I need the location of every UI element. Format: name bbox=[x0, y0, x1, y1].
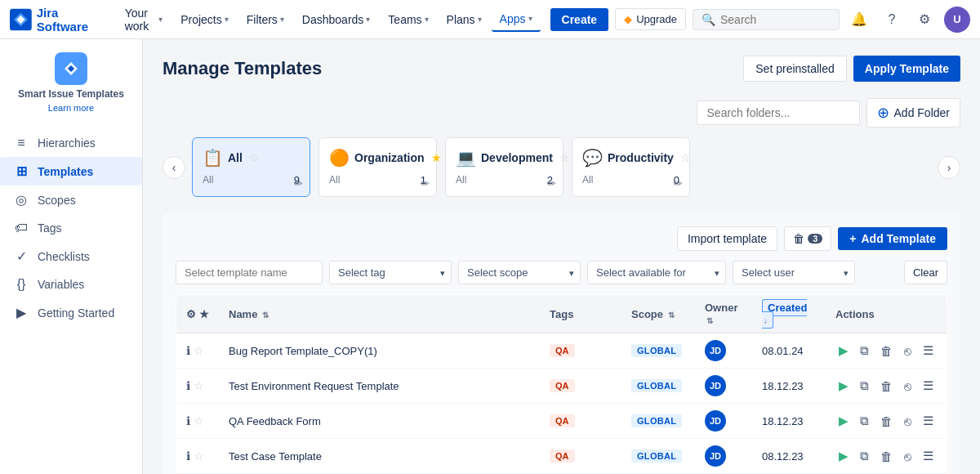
col-scope-label: Scope bbox=[631, 308, 663, 320]
play-action-icon[interactable]: ▶ bbox=[835, 377, 852, 395]
sidebar-item-label-variables: Variables bbox=[38, 278, 84, 291]
star-icon-dev[interactable]: ☆ bbox=[559, 151, 570, 164]
share-action-icon[interactable]: ⎋ bbox=[901, 378, 915, 395]
sidebar-item-checklists[interactable]: ✓ Checklists bbox=[0, 242, 142, 271]
sidebar-item-label-hierarchies: Hierarchies bbox=[38, 136, 96, 150]
col-header-created[interactable]: Created ↓ bbox=[752, 295, 826, 333]
col-header-scope[interactable]: Scope ⇅ bbox=[621, 295, 695, 333]
help-icon[interactable]: ? bbox=[879, 7, 905, 33]
sidebar-item-getting-started[interactable]: ▶ Getting Started bbox=[0, 298, 142, 327]
star-icon-prod[interactable]: ☆ bbox=[680, 151, 691, 164]
share-action-icon[interactable]: ⎋ bbox=[901, 448, 915, 465]
copy-action-icon[interactable]: ⧉ bbox=[857, 377, 872, 395]
settings-icon[interactable]: ⚙ bbox=[911, 7, 938, 33]
delete-action-icon[interactable]: 🗑 bbox=[877, 378, 896, 395]
clear-filter-button[interactable]: Clear bbox=[904, 261, 947, 284]
apply-template-button[interactable]: Apply Template bbox=[853, 56, 960, 82]
sidebar-item-tags[interactable]: 🏷 Tags bbox=[0, 214, 142, 242]
info-icon[interactable]: ℹ bbox=[186, 344, 190, 357]
delete-action-icon[interactable]: 🗑 bbox=[877, 448, 896, 465]
menu-action-icon[interactable]: ☰ bbox=[920, 447, 937, 465]
available-for-filter[interactable]: Select available for bbox=[587, 261, 726, 284]
nav-projects[interactable]: Projects ▾ bbox=[172, 8, 237, 31]
menu-action-icon[interactable]: ☰ bbox=[920, 377, 937, 395]
settings-col-icon[interactable]: ⚙ bbox=[186, 308, 196, 320]
folder-card-development[interactable]: 💻 Development ☆ All 2 ✏ bbox=[445, 137, 564, 197]
owner-avatar: JD bbox=[705, 410, 726, 432]
sidebar-item-hierarchies[interactable]: ≡ Hierarchies bbox=[0, 129, 142, 157]
star-icon[interactable]: ☆ bbox=[194, 414, 204, 427]
delete-action-icon[interactable]: 🗑 bbox=[877, 413, 896, 430]
folder-edit-prod[interactable]: ✏ bbox=[674, 177, 683, 190]
folder-search-input[interactable] bbox=[697, 101, 860, 125]
col-header-name[interactable]: Name ⇅ bbox=[219, 295, 540, 333]
search-box[interactable]: 🔍 bbox=[693, 9, 840, 30]
star-icon[interactable]: ☆ bbox=[194, 344, 204, 357]
col-header-owner[interactable]: Owner ⇅ bbox=[695, 295, 752, 333]
template-name-filter[interactable] bbox=[176, 261, 323, 284]
carousel-prev[interactable]: ‹ bbox=[163, 156, 185, 179]
star-icon-all[interactable]: ☆ bbox=[249, 151, 260, 164]
nav-dashboards[interactable]: Dashboards ▾ bbox=[294, 8, 379, 31]
tag-filter[interactable]: Select tag bbox=[329, 261, 452, 284]
star-icon-org[interactable]: ★ bbox=[431, 151, 442, 164]
folder-card-organization[interactable]: 🟠 Organization ★ All 1 ✏ bbox=[318, 137, 437, 197]
col-header-icons: ⚙ ★ bbox=[176, 295, 220, 333]
scope-sort-icon[interactable]: ⇅ bbox=[668, 311, 675, 320]
star-icon[interactable]: ☆ bbox=[194, 379, 204, 392]
created-sort-icon[interactable]: ↓ bbox=[764, 316, 768, 325]
sidebar-item-scopes[interactable]: ◎ Scopes bbox=[0, 186, 142, 214]
row-created-cell: 08.01.24 bbox=[752, 333, 826, 369]
add-template-label: Add Template bbox=[861, 232, 936, 245]
nav-apps[interactable]: Apps ▾ bbox=[492, 7, 541, 32]
copy-action-icon[interactable]: ⧉ bbox=[857, 447, 872, 465]
share-action-icon[interactable]: ⎋ bbox=[901, 342, 915, 360]
owner-sort-icon[interactable]: ⇅ bbox=[706, 316, 713, 325]
search-input[interactable] bbox=[720, 13, 826, 26]
play-action-icon[interactable]: ▶ bbox=[835, 342, 852, 360]
share-action-icon[interactable]: ⎋ bbox=[901, 413, 915, 430]
play-action-icon[interactable]: ▶ bbox=[835, 447, 852, 465]
folder-edit-dev[interactable]: ✏ bbox=[547, 177, 556, 190]
learn-more-link[interactable]: Learn more bbox=[48, 103, 94, 113]
menu-action-icon[interactable]: ☰ bbox=[920, 342, 937, 360]
logo[interactable]: Jira Software bbox=[10, 6, 110, 34]
info-icon[interactable]: ℹ bbox=[186, 379, 190, 392]
create-button[interactable]: Create bbox=[550, 8, 609, 31]
folder-card-all[interactable]: 📋 All ☆ All 9 ✏ bbox=[192, 137, 310, 197]
nav-plans[interactable]: Plans ▾ bbox=[439, 8, 490, 31]
info-icon[interactable]: ℹ bbox=[186, 414, 190, 427]
play-action-icon[interactable]: ▶ bbox=[835, 412, 852, 430]
menu-action-icon[interactable]: ☰ bbox=[920, 412, 937, 430]
add-folder-button[interactable]: ⊕ Add Folder bbox=[866, 98, 960, 127]
import-template-button[interactable]: Import template bbox=[677, 226, 777, 251]
folder-edit-org[interactable]: ✏ bbox=[421, 177, 430, 190]
table-header: ⚙ ★ Name ⇅ Tags Scope bbox=[176, 295, 947, 333]
copy-action-icon[interactable]: ⧉ bbox=[857, 342, 872, 360]
nav-teams[interactable]: Teams ▾ bbox=[380, 8, 436, 31]
name-sort-icon[interactable]: ⇅ bbox=[262, 311, 269, 320]
folder-sub-prod: All bbox=[582, 174, 593, 186]
folder-sub-all: All bbox=[203, 174, 213, 186]
star-icon[interactable]: ☆ bbox=[194, 449, 204, 463]
scope-filter[interactable]: Select scope bbox=[458, 261, 581, 284]
info-icon[interactable]: ℹ bbox=[186, 449, 190, 463]
notifications-icon[interactable]: 🔔 bbox=[846, 7, 872, 33]
copy-action-icon[interactable]: ⧉ bbox=[857, 412, 872, 430]
delete-action-icon[interactable]: 🗑 bbox=[877, 342, 896, 360]
delete-badge-button[interactable]: 🗑 3 bbox=[784, 226, 831, 251]
nav-filters[interactable]: Filters ▾ bbox=[238, 8, 292, 31]
avatar[interactable]: U bbox=[944, 7, 970, 33]
carousel-next[interactable]: › bbox=[938, 156, 960, 179]
star-col-icon[interactable]: ★ bbox=[199, 308, 209, 320]
sidebar-item-label-scopes: Scopes bbox=[38, 194, 76, 207]
user-filter[interactable]: Select user bbox=[733, 261, 855, 284]
add-template-button[interactable]: + Add Template bbox=[838, 227, 947, 250]
folder-edit-all[interactable]: ✏ bbox=[294, 177, 303, 190]
set-preinstalled-button[interactable]: Set preinstalled bbox=[743, 56, 847, 82]
sidebar-item-variables[interactable]: {} Variables bbox=[0, 271, 142, 298]
folder-card-productivity[interactable]: 💬 Productivity ☆ All 0 ✏ bbox=[572, 137, 690, 197]
nav-your-work[interactable]: Your work ▾ bbox=[117, 2, 171, 38]
upgrade-button[interactable]: ◆ Upgrade bbox=[615, 8, 686, 30]
sidebar-item-templates[interactable]: ⊞ Templates bbox=[0, 157, 142, 186]
